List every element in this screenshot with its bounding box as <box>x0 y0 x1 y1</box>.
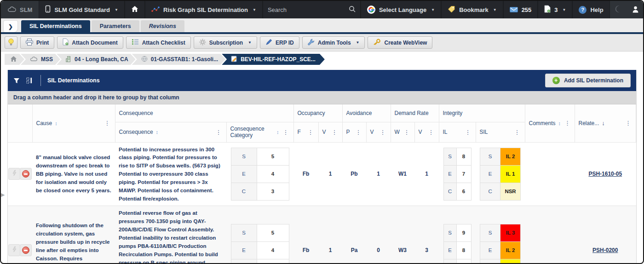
avoidance-v-cell: 0 <box>366 206 391 264</box>
matrix-label: S <box>480 148 500 165</box>
column-header-sil[interactable]: SIL⋮ <box>476 122 525 142</box>
global-search[interactable] <box>263 1 361 18</box>
column-menu-icon[interactable]: ⋮ <box>104 120 111 126</box>
module-selector-dropdown[interactable]: Risk Graph SIL Determination ▼ <box>145 1 263 18</box>
breadcrumb-label: 04 - Long Beach, CA <box>75 56 128 63</box>
column-label: Consequence <box>119 129 153 135</box>
attach-checklist-button[interactable]: Attach Checklist <box>126 36 191 49</box>
remove-row-button[interactable] <box>20 168 32 180</box>
column-header-il[interactable]: IL⋮ <box>439 122 476 142</box>
cloud-icon <box>30 56 38 63</box>
group-by-hint: Drag a column header and drop it here to… <box>13 94 179 101</box>
create-webview-button[interactable]: Create WebView <box>368 36 432 49</box>
sort-icon[interactable]: ↕ <box>276 129 279 135</box>
tab-sil-determinations[interactable]: SIL Determinations <box>21 20 90 32</box>
lightbulb-icon <box>8 38 14 47</box>
column-menu-icon[interactable]: ⋮ <box>564 120 571 126</box>
breadcrumb-item-mss[interactable]: MSS <box>21 54 60 65</box>
breadcrumb-item-current[interactable]: BEV-HIL-REF-HAZOP_SCE... <box>222 54 325 65</box>
matrix-label: C <box>443 259 456 264</box>
group-by-drop-zone[interactable]: Drag a column header and drop it here to… <box>8 91 636 104</box>
search-icon[interactable] <box>349 6 356 14</box>
column-menu-icon[interactable]: ⋮ <box>464 129 472 136</box>
tab-parameters[interactable]: Parameters <box>92 20 139 32</box>
group-label: Consequence <box>119 110 153 116</box>
filter-icon[interactable] <box>13 78 20 84</box>
column-header-p-v[interactable]: V⋮ <box>366 122 391 142</box>
edit-row-button[interactable] <box>8 244 20 256</box>
column-header-cause[interactable]: Cause ↕ ⋮ <box>32 104 115 142</box>
column-menu-icon[interactable]: ⋮ <box>282 129 290 136</box>
column-menu-icon[interactable]: ⋮ <box>215 129 223 136</box>
column-header-w-v[interactable]: V⋮ <box>414 122 439 142</box>
breadcrumb-item-site[interactable]: 04 - Long Beach, CA <box>57 54 136 65</box>
documents-dropdown[interactable]: 3 ▼ <box>538 1 572 18</box>
matrix-label: C <box>443 183 456 200</box>
column-menu-icon[interactable]: ⋮ <box>513 129 521 136</box>
column-header-p[interactable]: P⋮ <box>342 122 366 142</box>
table-row: Following shutdown of the circulation sy… <box>8 206 636 264</box>
group-header-demand-rate: Demand Rate <box>391 104 439 122</box>
help-button[interactable]: ? Help <box>572 1 610 18</box>
home-button[interactable] <box>125 1 145 18</box>
remove-row-button[interactable] <box>20 244 32 256</box>
language-selector-label: Select Language <box>379 6 426 13</box>
column-menu-icon[interactable]: ⋮ <box>624 120 632 126</box>
pane-resize-handle[interactable]: ▶ <box>1 192 5 198</box>
column-menu-icon[interactable]: ⋮ <box>427 129 435 136</box>
column-menu-icon[interactable]: ⋮ <box>379 129 387 136</box>
add-sil-determination-button[interactable]: + Add SIL Determination <box>545 74 631 87</box>
column-menu-icon[interactable]: ⋮ <box>403 129 411 136</box>
column-header-f[interactable]: F⋮ <box>293 122 318 142</box>
subscription-dropdown-button[interactable]: Subscription ▼ <box>194 36 257 49</box>
dark-mode-toggle[interactable] <box>610 1 627 18</box>
bookmark-dropdown[interactable]: Bookmark ▼ <box>441 1 503 18</box>
column-menu-icon[interactable]: ⋮ <box>307 129 315 136</box>
column-label: V <box>322 129 326 135</box>
lightning-icon <box>12 170 17 178</box>
attach-document-button[interactable]: Attach Document <box>57 36 123 49</box>
breadcrumb-item-unit[interactable]: 01-GASSTAB1: 1-Gasoli... <box>132 54 225 65</box>
mail-icon <box>510 6 518 14</box>
sort-descending-icon[interactable]: ↓ <box>602 120 605 126</box>
column-header-w[interactable]: W⋮ <box>391 122 414 142</box>
column-header-related[interactable]: Relate... ↓ ⋮ <box>575 104 636 142</box>
search-input[interactable] <box>268 6 349 13</box>
sort-icon[interactable]: ↕ <box>558 121 561 126</box>
column-header-comments[interactable]: Comments ↕ ⋮ <box>525 104 575 142</box>
column-label: F <box>298 129 301 135</box>
avoidance-p-cell: Pa <box>342 206 366 264</box>
tab-revisions[interactable]: Revisions <box>141 20 184 32</box>
demand-v-cell: 1 <box>414 142 439 206</box>
sil-rating-badge: IL 2 <box>500 241 521 259</box>
matrix-value: 3 <box>257 259 289 264</box>
language-selector-dropdown[interactable]: Select Language ▼ <box>361 1 441 18</box>
remove-icon <box>22 170 29 178</box>
column-menu-icon[interactable]: ⋮ <box>331 129 339 136</box>
messages-button[interactable]: 255 <box>503 1 538 18</box>
column-label: P <box>346 129 350 135</box>
edit-row-button[interactable] <box>8 168 20 180</box>
column-header-f-v[interactable]: V⋮ <box>318 122 342 142</box>
cause-cell: 8" manual block valve closed downstream … <box>32 142 115 206</box>
chevron-down-icon: ▼ <box>431 8 435 12</box>
admin-tools-dropdown-button[interactable]: Admin Tools ▼ <box>302 36 365 49</box>
related-link[interactable]: PSH-0200 <box>578 247 632 253</box>
sidebar-expander-button[interactable]: ❯ <box>4 21 17 32</box>
avoidance-v-cell: 1 <box>366 142 391 206</box>
sort-icon[interactable]: ↕ <box>156 129 159 135</box>
column-menu-icon[interactable]: ⋮ <box>355 129 362 136</box>
column-header-consequence[interactable]: Consequence ↕ ⋮ <box>115 122 226 142</box>
user-menu[interactable] <box>627 1 644 18</box>
erp-id-button[interactable]: ERP ID <box>260 36 299 49</box>
column-chooser-icon[interactable] <box>26 77 33 84</box>
breadcrumb-home[interactable] <box>5 54 24 65</box>
app-selector-dropdown[interactable]: SLM Gold Standard ▼ <box>39 1 125 18</box>
hint-button[interactable] <box>5 36 17 49</box>
related-link[interactable]: PSH-1610-05 <box>578 171 632 177</box>
column-header-consequence-category[interactable]: Consequence Category ↕ ⋮ <box>226 122 293 142</box>
print-button[interactable]: Print <box>20 36 54 49</box>
sil-rating-badge: NSR <box>500 183 521 200</box>
sort-icon[interactable]: ↕ <box>55 121 58 126</box>
chevron-down-icon: ▼ <box>253 8 256 12</box>
